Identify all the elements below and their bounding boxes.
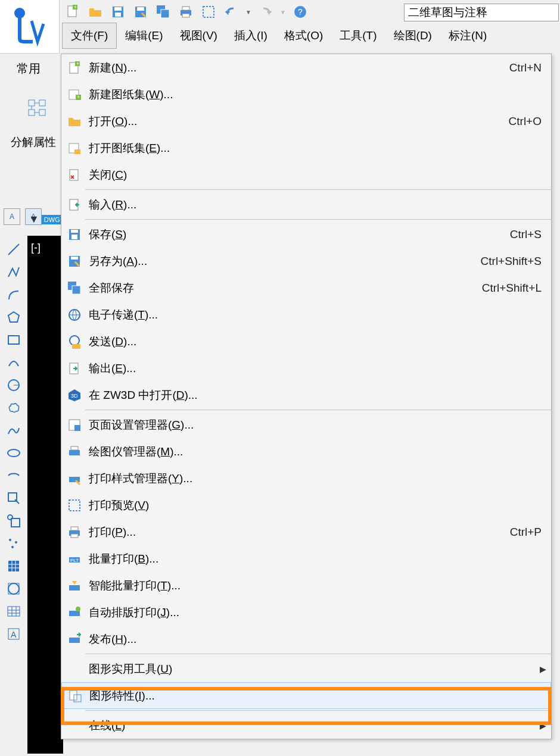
menu-item-6[interactable]: 输入(R)... <box>61 191 551 218</box>
block-insert-tool[interactable] <box>5 489 23 507</box>
svg-rect-26 <box>8 336 19 344</box>
svg-point-34 <box>15 541 17 543</box>
menu-item-20[interactable]: 打印(P)...Ctrl+P <box>61 518 551 545</box>
svg-text:3D: 3D <box>71 393 78 399</box>
svg-rect-83 <box>70 691 77 700</box>
publish-icon <box>64 632 85 646</box>
menu-separator <box>85 219 551 220</box>
menu-item-label: 图形实用工具(U) <box>85 661 537 677</box>
import-icon <box>64 198 85 212</box>
page-setup-icon <box>64 418 85 432</box>
help-button[interactable]: ? <box>292 4 309 20</box>
svg-rect-61 <box>72 286 80 294</box>
menu-item-12[interactable]: 发送(D)... <box>61 328 551 355</box>
redo-button[interactable] <box>257 4 274 20</box>
save-all-button[interactable] <box>155 4 172 20</box>
block-create-tool[interactable] <box>5 512 23 530</box>
menu-file[interactable]: 文件(F) <box>62 23 117 49</box>
polygon-tool[interactable] <box>5 308 23 326</box>
menu-item-shortcut: Ctrl+Shift+L <box>482 282 546 295</box>
undo-button[interactable] <box>223 4 239 20</box>
save-button[interactable] <box>110 4 126 20</box>
menu-edit[interactable]: 编辑(E) <box>117 23 171 48</box>
ribbon-tab-home[interactable]: 常用 <box>6 55 51 83</box>
menu-draw[interactable]: 绘图(D) <box>385 23 440 48</box>
menu-item-16[interactable]: 页面设置管理器(G)... <box>61 411 551 438</box>
menu-item-21[interactable]: PLT批量打印(B)... <box>61 545 551 572</box>
menu-item-22[interactable]: 智能批量打印(T)... <box>61 572 551 599</box>
menu-item-label: 在线(L) <box>85 718 537 733</box>
save-as-button[interactable] <box>132 4 149 20</box>
menu-item-14[interactable]: 3D在 ZW3D 中打开(D)... <box>61 382 551 408</box>
menu-item-3[interactable]: 打开图纸集(E)... <box>61 135 551 161</box>
menu-format[interactable]: 格式(O) <box>276 23 331 48</box>
menu-item-label: 绘图仪管理器(M)... <box>85 444 546 460</box>
gradient-tool[interactable] <box>5 580 23 598</box>
drawing-area[interactable]: ▼ DWG [-] <box>27 236 63 754</box>
menu-item-13[interactable]: 输出(E)... <box>61 355 551 382</box>
arc3-tool[interactable] <box>5 354 23 371</box>
plotter-icon <box>64 445 85 459</box>
menu-item-8[interactable]: 保存(S)Ctrl+S <box>61 221 551 248</box>
batch-print-icon: PLT <box>64 552 85 566</box>
menu-item-27[interactable]: 图形特性(I)... <box>61 682 551 709</box>
menu-item-23[interactable]: 自动排版打印(J)... <box>61 599 551 626</box>
revision-cloud-tool[interactable] <box>5 399 23 417</box>
svg-rect-36 <box>8 561 19 571</box>
submenu-arrow-icon: ▶ <box>540 721 546 730</box>
svg-rect-14 <box>203 7 214 17</box>
ribbon-group-label: 分解属性 <box>11 135 58 150</box>
menu-item-11[interactable]: 电子传递(T)... <box>61 301 551 328</box>
app-logo[interactable] <box>0 0 60 54</box>
text-tool[interactable]: A <box>5 625 23 643</box>
menu-item-0[interactable]: +新建(N)...Ctrl+N <box>61 54 551 81</box>
dwg-doc-tab[interactable]: DWG <box>42 215 63 224</box>
svg-rect-72 <box>69 477 80 482</box>
redo-dropdown-arrow[interactable]: ▼ <box>280 9 286 15</box>
ellipse-tool[interactable] <box>5 444 23 462</box>
menu-item-10[interactable]: 全部保存Ctrl+Shift+L <box>61 274 551 301</box>
menu-tools[interactable]: 工具(T) <box>331 23 385 48</box>
menu-item-2[interactable]: 打开(O)...Ctrl+O <box>61 108 551 135</box>
line-tool[interactable] <box>5 240 23 258</box>
menu-dimension[interactable]: 标注(N) <box>440 23 495 48</box>
svg-rect-75 <box>71 527 78 530</box>
menu-item-label: 图形特性(I)... <box>86 688 546 704</box>
polyline-tool[interactable] <box>5 263 23 281</box>
menu-item-24[interactable]: 发布(H)... <box>61 626 551 652</box>
spline-tool[interactable] <box>5 421 23 439</box>
draw-toolbar: A <box>0 238 27 643</box>
circle-tool[interactable] <box>5 376 23 394</box>
rectangle-tool[interactable] <box>5 331 23 349</box>
menu-item-4[interactable]: 关闭(C) <box>61 161 551 188</box>
menu-item-1[interactable]: +新建图纸集(W)... <box>61 81 551 108</box>
menu-item-label: 在 ZW3D 中打开(D)... <box>85 388 546 403</box>
menu-item-18[interactable]: 打印样式管理器(Y)... <box>61 465 551 492</box>
arc-tool[interactable] <box>5 286 23 304</box>
undo-dropdown-arrow[interactable]: ▼ <box>245 9 251 15</box>
menu-separator <box>85 710 551 711</box>
hatch-tool[interactable] <box>5 557 23 575</box>
svg-rect-5 <box>114 7 122 11</box>
print-preview-button[interactable] <box>200 4 217 20</box>
dropdown-arrow-icon[interactable]: ▼ <box>29 213 39 226</box>
menu-item-17[interactable]: 绘图仪管理器(M)... <box>61 438 551 465</box>
menu-item-9[interactable]: 另存为(A)...Ctrl+Shift+S <box>61 248 551 274</box>
print-button[interactable] <box>178 4 194 20</box>
menu-item-label: 发送(D)... <box>85 334 546 349</box>
table-tool[interactable] <box>5 602 23 620</box>
layout-icon-a[interactable]: A <box>4 208 20 225</box>
menu-view[interactable]: 视图(V) <box>172 23 226 48</box>
open-folder-button[interactable] <box>87 4 104 20</box>
ellipse-arc-tool[interactable] <box>5 467 23 485</box>
point-tool[interactable] <box>5 535 23 552</box>
menu-item-19[interactable]: 打印预览(V) <box>61 492 551 518</box>
menu-item-26[interactable]: 图形实用工具(U)▶ <box>61 655 551 682</box>
new-file-button[interactable]: + <box>64 4 81 20</box>
menu-item-29[interactable]: 在线(L)▶ <box>61 712 551 739</box>
svg-rect-64 <box>72 344 80 349</box>
svg-text:+: + <box>74 5 77 10</box>
menu-insert[interactable]: 插入(I) <box>226 23 276 48</box>
menu-item-label: 发布(H)... <box>85 632 546 647</box>
workspace-selector[interactable]: 二维草图与注释 <box>404 4 559 21</box>
